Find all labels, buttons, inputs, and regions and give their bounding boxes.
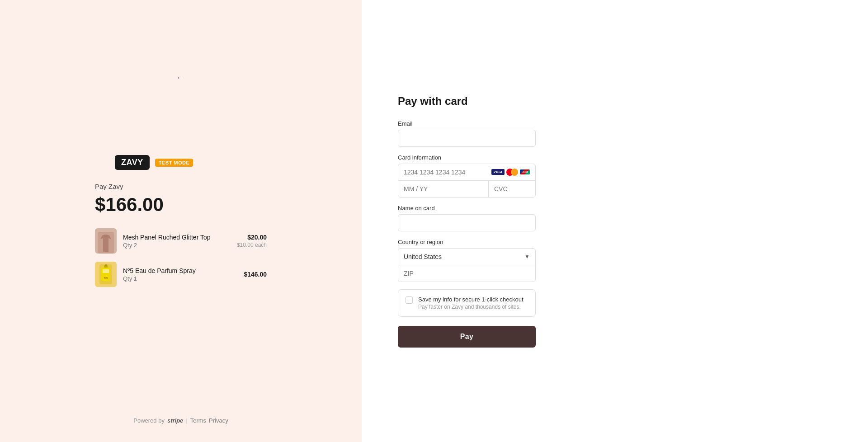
item-qty: Qty 2 [123,242,231,249]
pay-label: Pay Zavy [95,183,267,190]
test-mode-badge: TEST MODE [155,159,193,167]
card-info-wrapper: VISA JCB [398,164,536,197]
card-expiry-input[interactable] [398,181,489,197]
item-name: Nº5 Eau de Parfum Spray [123,267,237,274]
item-qty: Qty 1 [123,275,237,282]
country-select-wrapper: United States Canada United Kingdom Aust… [398,248,536,265]
save-info-box[interactable]: Save my info for secure 1-click checkout… [398,289,536,317]
email-label: Email [398,120,536,127]
item-image-clothing [95,228,117,254]
form-container: Pay with card Email Card information VIS… [398,95,536,348]
privacy-link[interactable]: Privacy [209,417,228,424]
country-region-group: Country or region United States Canada U… [398,239,536,282]
terms-link[interactable]: Terms [190,417,206,424]
name-on-card-label: Name on card [398,205,536,212]
item-price: $146.00 [244,271,267,278]
card-number-input[interactable] [404,169,488,176]
card-info-label: Card information [398,154,536,161]
name-on-card-group: Name on card [398,205,536,231]
order-item: Mesh Panel Ruched Glitter Top Qty 2 $20.… [95,228,267,254]
item-unit-price: $10.00 each [237,242,267,248]
brand-logo: ZAVY [115,155,150,170]
item-name: Mesh Panel Ruched Glitter Top [123,234,231,241]
left-content: ZAVY TEST MODE Pay Zavy $166.00 Mesh Pan… [95,155,267,287]
jcb-icon: JCB [520,169,530,174]
footer-divider: | [186,417,187,424]
item-price-col: $20.00 $10.00 each [237,234,267,248]
email-field-group: Email [398,120,536,147]
item-details: Nº5 Eau de Parfum Spray Qty 1 [123,267,237,282]
email-input[interactable] [398,130,536,147]
item-price-col: $146.00 [244,271,267,278]
country-select[interactable]: United States Canada United Kingdom Aust… [398,249,535,265]
logo-row: ZAVY TEST MODE [115,155,267,170]
powered-by-text: Powered by [133,417,165,424]
stripe-logo: stripe [167,417,183,424]
item-details: Mesh Panel Ruched Glitter Top Qty 2 [123,234,231,249]
card-number-row: VISA JCB [398,164,535,181]
left-panel: ← ZAVY TEST MODE Pay Zavy $166.00 Mesh P… [0,0,362,442]
card-icons: VISA JCB [491,169,530,176]
item-price: $20.00 [237,234,267,241]
right-panel: Pay with card Email Card information VIS… [362,0,868,442]
mastercard-icon [506,169,518,176]
form-title: Pay with card [398,95,536,108]
svg-text:Nº5: Nº5 [104,277,108,279]
card-info-group: Card information VISA JCB [398,154,536,197]
item-image-perfume: Nº5 [95,262,117,287]
visa-icon: VISA [491,169,505,175]
save-subtitle: Pay faster on Zavy and thousands of site… [418,304,524,310]
svg-rect-5 [103,269,109,273]
save-title: Save my info for secure 1-click checkout [418,296,524,303]
expiry-cvc-row [398,181,535,197]
country-label: Country or region [398,239,536,245]
order-items: Mesh Panel Ruched Glitter Top Qty 2 $20.… [95,228,267,287]
save-info-checkbox[interactable] [406,296,413,304]
save-info-text: Save my info for secure 1-click checkout… [418,296,524,310]
pay-button[interactable]: Pay [398,326,536,348]
svg-rect-3 [105,264,107,266]
order-item: Nº5 Nº5 Eau de Parfum Spray Qty 1 $146.0… [95,262,267,287]
footer: Powered by stripe | Terms Privacy [0,417,362,424]
card-cvc-input[interactable] [489,181,536,197]
back-arrow[interactable]: ← [176,74,184,82]
amount: $166.00 [95,194,267,216]
zip-input[interactable] [398,265,536,282]
name-on-card-input[interactable] [398,214,536,231]
